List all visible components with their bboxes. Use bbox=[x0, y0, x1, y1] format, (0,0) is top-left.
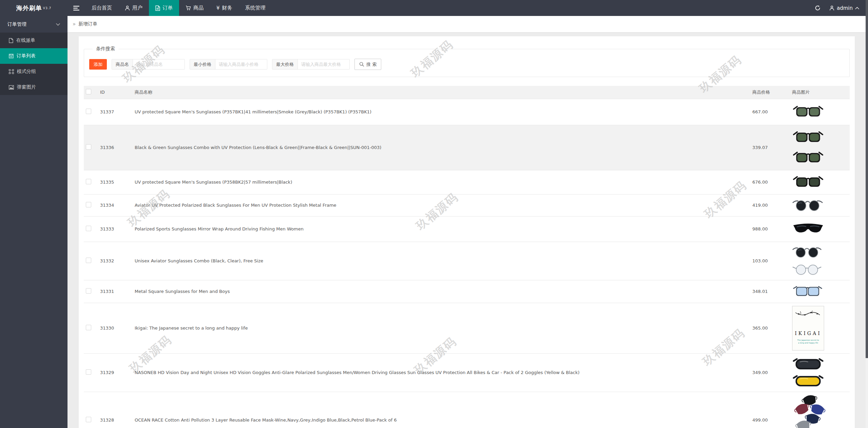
product-name: Unisex Aviator Sunglasses Combo (Black, … bbox=[135, 242, 752, 280]
app-version: V3.7 bbox=[43, 6, 51, 10]
yen-icon: ¥ bbox=[216, 5, 220, 11]
breadcrumb-separator-icon: » bbox=[73, 21, 76, 27]
row-checkbox[interactable] bbox=[86, 258, 91, 263]
black-aviator-sunglasses bbox=[792, 245, 822, 260]
svg-text:a long and happy life: a long and happy life bbox=[798, 342, 818, 344]
black-square-sunglasses bbox=[792, 173, 824, 191]
app-logo: 海外刷单 V3.7 bbox=[0, 0, 67, 16]
search-legend: 条件搜索 bbox=[93, 46, 118, 52]
product-image bbox=[792, 102, 850, 122]
list-icon bbox=[9, 54, 14, 58]
product-price: 349.00 bbox=[752, 353, 792, 392]
search-button-label: 搜 索 bbox=[366, 61, 377, 68]
menu-toggle-icon[interactable] bbox=[67, 0, 85, 16]
table-row: 31335 UV protected Square Men's Sunglass… bbox=[84, 170, 850, 194]
search-controls: 添加 商品名 最小价格 最大价格 搜 索 bbox=[89, 59, 844, 70]
products-table: ID 商品名称 商品价格 商品图片 31337 UV protected Squ… bbox=[84, 86, 850, 428]
search-button[interactable]: 搜 索 bbox=[354, 59, 381, 70]
nav-item-用户[interactable]: 用户 bbox=[118, 0, 149, 16]
search-icon bbox=[359, 62, 364, 67]
nav-item-系统管理[interactable]: 系统管理 bbox=[239, 0, 272, 16]
scrollbar-thumb[interactable] bbox=[866, 0, 868, 358]
product-price: 348.01 bbox=[752, 280, 792, 303]
sidebar-item-订单列表[interactable]: 订单列表 bbox=[0, 48, 67, 64]
sidebar: 订单管理 在线派单 订单列表 模式分组 弹窗图片 bbox=[0, 16, 67, 428]
table-row: 31336 Black & Green Sunglasses Combo wit… bbox=[84, 125, 850, 170]
product-id: 31333 bbox=[97, 216, 135, 242]
product-id: 31328 bbox=[97, 392, 135, 428]
product-image bbox=[792, 395, 850, 428]
product-price: 339.07 bbox=[752, 125, 792, 170]
search-field-group: 最小价格 bbox=[190, 59, 267, 70]
nav-item-订单[interactable]: 订单 bbox=[149, 0, 179, 16]
search-field-group: 最大价格 bbox=[272, 59, 350, 70]
row-checkbox[interactable] bbox=[86, 109, 91, 114]
black-green-sunglasses bbox=[792, 128, 824, 147]
sidebar-item-弹窗图片[interactable]: 弹窗图片 bbox=[0, 79, 67, 95]
table-row: 31328 OCEAN RACE Cotton Anti Pollution 3… bbox=[84, 392, 850, 428]
sidebar-section-order-management[interactable]: 订单管理 bbox=[0, 16, 67, 33]
product-name: Aviator UV Protected Polarized Black Sun… bbox=[135, 194, 752, 216]
product-name: Black & Green Sunglasses Combo with UV P… bbox=[135, 125, 752, 170]
cart-icon bbox=[186, 5, 191, 11]
aviator-sunglasses bbox=[792, 197, 823, 213]
row-checkbox[interactable] bbox=[86, 369, 91, 375]
row-checkbox[interactable] bbox=[86, 417, 91, 422]
nav-item-财务[interactable]: ¥ 财务 bbox=[210, 0, 239, 16]
chevron-down-icon bbox=[56, 23, 60, 26]
row-checkbox[interactable] bbox=[86, 288, 91, 294]
table-header-row: ID 商品名称 商品价格 商品图片 bbox=[84, 86, 850, 99]
svg-text:The Japanese secret to: The Japanese secret to bbox=[797, 339, 819, 341]
username: admin bbox=[837, 5, 853, 11]
nav-item-后台首页[interactable]: 后台首页 bbox=[85, 0, 118, 16]
navbar-right: admin bbox=[815, 0, 868, 16]
yellow-goggles bbox=[792, 373, 824, 389]
nav-item-商品[interactable]: 商品 bbox=[179, 0, 210, 16]
product-price: 103.00 bbox=[752, 242, 792, 280]
app-title: 海外刷单 bbox=[16, 4, 42, 12]
group-icon bbox=[9, 69, 14, 74]
sidebar-submenu: 在线派单 订单列表 模式分组 弹窗图片 bbox=[0, 33, 67, 95]
black-goggles bbox=[792, 356, 824, 372]
field-input[interactable] bbox=[215, 59, 267, 69]
table-row: 31337 UV protected Square Men's Sunglass… bbox=[84, 99, 850, 125]
product-id: 31330 bbox=[97, 303, 135, 353]
product-id: 31331 bbox=[97, 280, 135, 303]
column-header-name: 商品名称 bbox=[135, 86, 752, 99]
select-all-checkbox[interactable] bbox=[86, 89, 91, 94]
row-checkbox[interactable] bbox=[86, 325, 91, 330]
field-input[interactable] bbox=[133, 59, 185, 69]
field-label: 最大价格 bbox=[272, 59, 298, 69]
top-nav-menu: 后台首页 用户 订单 商品 ¥ 财务 系统管理 bbox=[85, 0, 272, 16]
sidebar-item-模式分组[interactable]: 模式分组 bbox=[0, 64, 67, 79]
product-image: IKIGAIThe Japanese secret toa long and h… bbox=[792, 306, 850, 351]
clear-glasses bbox=[792, 261, 822, 277]
chevron-up-icon bbox=[855, 7, 859, 10]
breadcrumb: » 新增订单 bbox=[67, 16, 866, 32]
user-menu[interactable]: admin bbox=[829, 5, 859, 11]
top-navbar: 海外刷单 V3.7 后台首页 用户 订单 商品 ¥ 财务 系统管理 admin bbox=[0, 0, 868, 16]
refresh-icon[interactable] bbox=[815, 5, 821, 11]
search-field-group: 商品名 bbox=[112, 59, 185, 70]
field-input[interactable] bbox=[298, 59, 349, 69]
product-price: 676.00 bbox=[752, 170, 792, 194]
row-checkbox[interactable] bbox=[86, 202, 91, 207]
product-price: 419.00 bbox=[752, 194, 792, 216]
product-image bbox=[792, 219, 850, 239]
user-icon bbox=[125, 5, 130, 11]
product-image bbox=[792, 283, 850, 300]
table-row: 31330 Ikigai: The Japanese secret to a l… bbox=[84, 303, 850, 353]
add-button[interactable]: 添加 bbox=[89, 59, 107, 70]
sidebar-item-在线派单[interactable]: 在线派单 bbox=[0, 33, 67, 48]
document-icon bbox=[155, 5, 160, 11]
field-label: 最小价格 bbox=[190, 59, 215, 69]
product-id: 31332 bbox=[97, 242, 135, 280]
page-scrollbar[interactable] bbox=[866, 0, 868, 428]
column-header-id: ID bbox=[97, 86, 135, 99]
row-checkbox[interactable] bbox=[86, 144, 91, 150]
column-header-image: 商品图片 bbox=[792, 86, 850, 99]
row-checkbox[interactable] bbox=[86, 179, 91, 184]
product-image bbox=[792, 128, 850, 167]
row-checkbox[interactable] bbox=[86, 226, 91, 231]
breadcrumb-label: 新增订单 bbox=[78, 21, 97, 27]
